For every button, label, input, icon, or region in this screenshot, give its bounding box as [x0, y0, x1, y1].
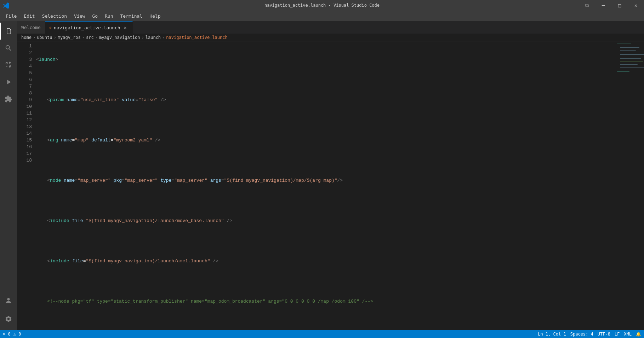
- svg-rect-4: [620, 58, 641, 59]
- menu-edit[interactable]: Edit: [21, 12, 38, 20]
- code-line-10: [35, 238, 616, 244]
- menu-selection[interactable]: Selection: [39, 12, 70, 20]
- status-encoding[interactable]: UTF-8: [598, 332, 610, 337]
- status-bar: ⊗ 0 ⚠ 0 Ln 1, Col 1 Spaces: 4 UTF-8 LF X…: [0, 330, 644, 338]
- maximize-button[interactable]: □: [611, 0, 628, 11]
- code-line-8: [35, 197, 616, 204]
- svg-rect-8: [617, 71, 629, 72]
- tab-close-button[interactable]: ✕: [122, 25, 128, 30]
- svg-rect-6: [620, 64, 638, 65]
- close-button[interactable]: ✕: [628, 0, 644, 11]
- menu-go[interactable]: Go: [89, 12, 101, 20]
- menu-file[interactable]: File: [3, 12, 19, 20]
- status-warnings[interactable]: ⚠ 0: [13, 332, 21, 337]
- tab-welcome[interactable]: Welcome: [17, 21, 45, 34]
- svg-rect-0: [617, 43, 631, 43]
- status-position[interactable]: Ln 1, Col 1: [538, 332, 566, 337]
- code-line-6: [35, 157, 616, 164]
- tab-navigation-active-icon: ⚙: [50, 26, 52, 30]
- activity-explorer[interactable]: [0, 23, 17, 40]
- window-controls: ⧉ ─ □ ✕: [579, 0, 644, 11]
- status-left: ⊗ 0 ⚠ 0: [3, 332, 21, 337]
- svg-rect-7: [620, 67, 644, 68]
- minimize-button[interactable]: ─: [595, 0, 611, 11]
- activity-source-control[interactable]: [0, 57, 17, 74]
- code-line-11: <include file="$(find myagv_navigation)/…: [35, 258, 616, 264]
- status-feedback[interactable]: 🔔: [636, 332, 641, 337]
- minimap: [616, 41, 644, 330]
- activity-accounts[interactable]: [0, 292, 17, 309]
- menu-terminal[interactable]: Terminal: [118, 12, 146, 20]
- line-numbers: 1 2 3 4 5 6 7 8 9 10 11 12 13 14 15 16 1…: [17, 41, 35, 330]
- editor-area: Welcome ⚙ navigation_active.launch ✕ hom…: [17, 21, 644, 330]
- status-errors[interactable]: ⊗ 0: [3, 332, 11, 337]
- code-line-5: <arg name="map" default="myroom2.yaml" /…: [35, 137, 616, 144]
- activity-bottom: [0, 292, 17, 327]
- breadcrumb-home[interactable]: home: [21, 35, 32, 40]
- breadcrumb-file[interactable]: navigation_active.launch: [166, 35, 227, 40]
- code-content[interactable]: <launch> <param name="use_sim_time" valu…: [35, 41, 616, 330]
- tab-navigation-active-label: navigation_active.launch: [54, 25, 120, 30]
- activity-run-debug[interactable]: [0, 74, 17, 91]
- menu-help[interactable]: Help: [147, 12, 163, 20]
- menu-view[interactable]: View: [71, 12, 88, 20]
- title-bar: navigation_active.launch - Visual Studio…: [0, 0, 644, 11]
- main-layout: Welcome ⚙ navigation_active.launch ✕ hom…: [0, 21, 644, 330]
- new-window-button[interactable]: ⧉: [579, 0, 595, 11]
- code-line-3: <param name="use_sim_time" value="false"…: [35, 97, 616, 103]
- activity-search[interactable]: [0, 40, 17, 57]
- tab-navigation-active[interactable]: ⚙ navigation_active.launch ✕: [45, 21, 133, 34]
- activity-bar: [0, 21, 17, 330]
- activity-extensions[interactable]: [0, 91, 17, 107]
- menu-run[interactable]: Run: [102, 12, 116, 20]
- tab-welcome-label: Welcome: [21, 25, 41, 30]
- code-editor[interactable]: 1 2 3 4 5 6 7 8 9 10 11 12 13 14 15 16 1…: [17, 41, 644, 330]
- code-line-2: [35, 76, 616, 83]
- svg-rect-3: [620, 54, 644, 55]
- code-line-12: [35, 278, 616, 285]
- breadcrumb-ubuntu[interactable]: ubuntu: [37, 35, 52, 40]
- status-right: Ln 1, Col 1 Spaces: 4 UTF-8 LF XML 🔔: [538, 332, 641, 337]
- vscode-logo: [3, 2, 9, 8]
- breadcrumb-myagv-navigation[interactable]: myagv_navigation: [99, 35, 140, 40]
- status-spaces[interactable]: Spaces: 4: [570, 332, 593, 337]
- status-line-ending[interactable]: LF: [615, 332, 620, 337]
- breadcrumb: home › ubuntu › myagv_ros › src › myagv_…: [17, 34, 644, 41]
- code-line-7: <node name="map_server" pkg="map_server"…: [35, 177, 616, 184]
- breadcrumb-myagv-ros[interactable]: myagv_ros: [58, 35, 81, 40]
- breadcrumb-src[interactable]: src: [86, 35, 94, 40]
- svg-rect-2: [620, 50, 636, 51]
- breadcrumb-launch[interactable]: launch: [146, 35, 161, 40]
- window-title: navigation_active.launch - Visual Studio…: [264, 3, 380, 8]
- svg-rect-5: [620, 61, 643, 62]
- svg-rect-1: [620, 47, 639, 48]
- code-line-9: <include file="$(find myagv_navigation)/…: [35, 217, 616, 224]
- menu-bar: File Edit Selection View Go Run Terminal…: [0, 11, 644, 21]
- code-line-14: [35, 318, 616, 325]
- status-language[interactable]: XML: [624, 332, 632, 337]
- activity-settings[interactable]: [0, 310, 17, 327]
- code-line-1: <launch>: [35, 56, 616, 63]
- tab-bar: Welcome ⚙ navigation_active.launch ✕: [17, 21, 644, 34]
- code-line-4: [35, 117, 616, 123]
- code-line-13: <!--node pkg="tf" type="static_transform…: [35, 298, 616, 305]
